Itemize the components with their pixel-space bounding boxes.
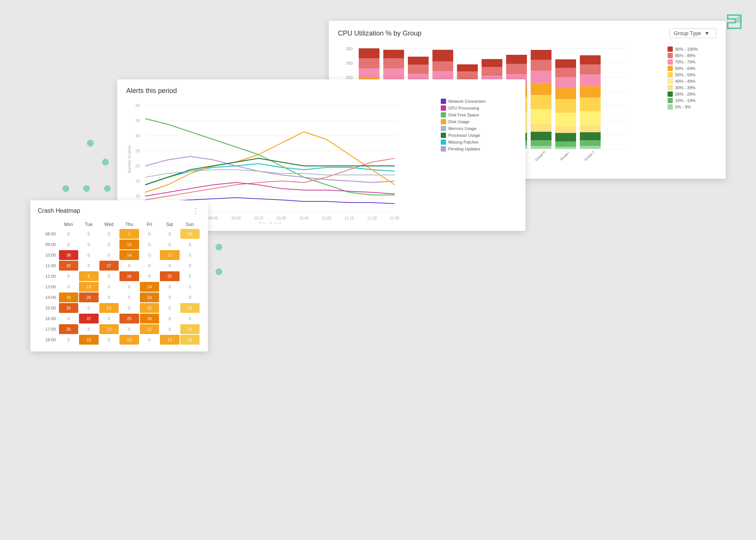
heatmap-cell: 13 (79, 282, 99, 292)
svg-text:Group H: Group H (534, 150, 546, 162)
heatmap-cell: 0 (79, 229, 99, 239)
heatmap-time-label: 18:00 (39, 335, 58, 345)
heatmap-menu-button[interactable]: ⋮ (192, 206, 200, 215)
heatmap-cell: 13 (160, 335, 180, 345)
heatmap-row: 11:00260270000 (39, 261, 200, 271)
svg-rect-100 (531, 109, 552, 124)
svg-rect-116 (555, 59, 576, 68)
heatmap-cell: 0 (59, 229, 79, 239)
heatmap-cell: 26 (79, 292, 99, 302)
svg-rect-49 (408, 65, 429, 74)
group-type-dropdown[interactable]: Group Type ▼ (669, 28, 717, 38)
heatmap-cell: 26 (119, 271, 139, 281)
legend-color-4 (668, 66, 673, 71)
heatmap-cell: 0 (99, 292, 119, 302)
heatmap-cell: 0 (79, 240, 99, 249)
heatmap-cell: 0 (119, 303, 139, 313)
heatmap-cell: 13 (99, 303, 119, 313)
heatmap-cell: 15 (59, 292, 79, 302)
heatmap-cell: 26 (59, 324, 79, 334)
svg-rect-97 (531, 140, 552, 146)
heatmap-cell: 0 (180, 314, 200, 323)
heatmap-col-tue: Tue (79, 221, 99, 228)
svg-text:35: 35 (135, 118, 140, 123)
heatmap-cell: 12 (140, 324, 160, 334)
heatmap-cell: 0 (99, 335, 119, 345)
svg-text:20: 20 (135, 164, 140, 168)
alerts-legend-processor: Processor Usage (441, 133, 509, 138)
heatmap-cell: 0 (160, 324, 180, 334)
heatmap-row: 13:00013001400 (39, 282, 200, 292)
disk-usage-line (145, 132, 395, 192)
svg-text:10: 10 (135, 194, 140, 198)
heatmap-cell: 25 (119, 314, 139, 323)
heatmap-cell: 0 (99, 229, 119, 239)
svg-rect-98 (531, 132, 552, 140)
legend-item-9: 10% - 19% (668, 98, 717, 103)
svg-text:Group I: Group I (559, 151, 570, 161)
cpu-chart-title: CPU Utilization % by Group (338, 29, 421, 37)
heatmap-cell: 0 (160, 282, 180, 292)
legend-color-3 (668, 59, 673, 65)
legend-color-8 (668, 91, 673, 97)
heatmap-row: 18:0001501301312 (39, 335, 200, 345)
heatmap-time-label: 13:00 (39, 282, 58, 292)
heatmap-cell: 0 (59, 271, 79, 281)
legend-item-7: 30% - 39% (668, 85, 717, 90)
svg-rect-115 (555, 68, 576, 77)
svg-rect-26 (359, 68, 380, 77)
legend-item-6: 40% - 49% (668, 79, 717, 84)
svg-text:Number of alerts: Number of alerts (127, 145, 132, 173)
heatmap-cell: 25 (160, 271, 180, 281)
heatmap-cell: 14 (119, 250, 139, 260)
heatmap-cell: 0 (79, 261, 99, 271)
svg-rect-108 (555, 141, 576, 147)
svg-text:10:15: 10:15 (254, 216, 263, 220)
svg-rect-27 (359, 59, 380, 69)
legend-color-10 (668, 104, 673, 110)
svg-text:11:45: 11:45 (390, 216, 399, 220)
svg-rect-113 (555, 88, 576, 99)
alerts-legend-memory: Memory Usage (441, 126, 509, 131)
svg-rect-72 (457, 64, 478, 71)
gpu-processing-line (145, 183, 395, 196)
heatmap-cell: 0 (119, 261, 139, 271)
cpu-legend: 90% - 100% 80% - 89% 70% - 79% 60% - 69%… (668, 43, 717, 173)
heatmap-cell: 0 (140, 240, 160, 249)
svg-rect-82 (482, 67, 502, 76)
alerts-legend-gpu: GPU Processing (441, 105, 509, 111)
heatmap-time-label: 08:00 (39, 229, 58, 239)
svg-rect-38 (383, 59, 404, 69)
heatmap-cell: 0 (180, 250, 200, 260)
legend-item-3: 70% - 79% (668, 59, 717, 65)
heatmap-cell: 0 (99, 282, 119, 292)
heatmap-row: 08:0000010013 (39, 229, 200, 239)
legend-color-6 (668, 79, 673, 84)
heatmap-cell: 14 (180, 324, 200, 334)
heatmap-cell: 0 (59, 282, 79, 292)
bg-dot-2 (102, 159, 109, 166)
svg-rect-101 (531, 95, 552, 110)
heatmap-cell: 0 (99, 250, 119, 260)
svg-rect-102 (531, 83, 552, 95)
legend-item-4: 60% - 69% (668, 66, 717, 71)
svg-text:09:45: 09:45 (208, 216, 218, 220)
heatmap-cell: 13 (119, 335, 139, 345)
heatmap-cell: 26 (59, 303, 79, 313)
svg-text:300: 300 (346, 61, 353, 65)
heatmap-cell: 13 (99, 324, 119, 334)
svg-text:10:45: 10:45 (299, 216, 308, 220)
heatmap-cell: 16 (180, 303, 200, 313)
heatmap-cell: 0 (160, 261, 180, 271)
heatmap-cell: 0 (59, 314, 79, 323)
heatmap-cell: 0 (160, 303, 180, 313)
heatmap-title: Crash Heatmap (38, 207, 80, 214)
svg-rect-114 (555, 77, 576, 88)
svg-rect-120 (580, 132, 601, 140)
svg-text:11:30: 11:30 (367, 216, 376, 220)
heatmap-row: 10:003800140130 (39, 250, 200, 260)
svg-rect-83 (482, 59, 502, 67)
heatmap-time-label: 15:00 (39, 303, 58, 313)
svg-rect-71 (457, 71, 478, 79)
svg-text:11:15: 11:15 (344, 216, 354, 220)
